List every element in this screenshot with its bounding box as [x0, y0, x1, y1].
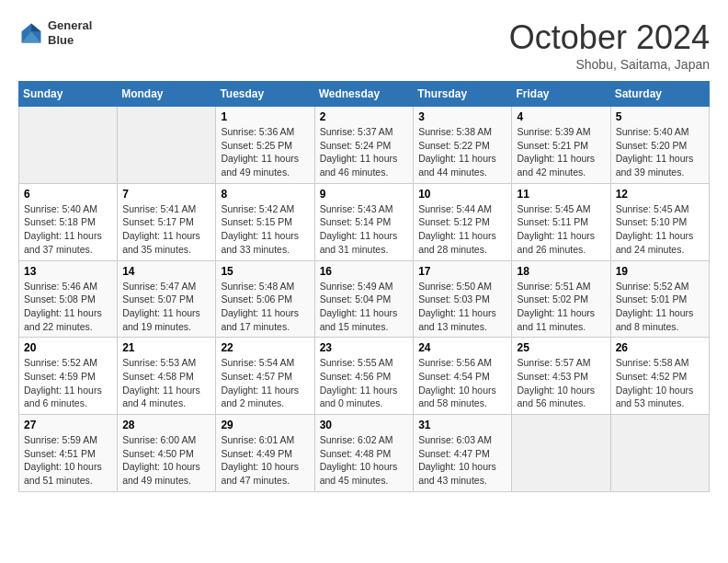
day-info: Sunrise: 5:40 AMSunset: 5:20 PMDaylight:… — [616, 125, 704, 179]
calendar-cell — [19, 107, 118, 184]
calendar-cell: 4Sunrise: 5:39 AMSunset: 5:21 PMDaylight… — [512, 107, 610, 184]
calendar-cell — [512, 415, 610, 492]
weekday-header-saturday: Saturday — [610, 82, 709, 107]
week-row-2: 6Sunrise: 5:40 AMSunset: 5:18 PMDaylight… — [19, 183, 710, 260]
calendar-cell: 7Sunrise: 5:41 AMSunset: 5:17 PMDaylight… — [118, 183, 216, 260]
day-number: 16 — [320, 265, 409, 278]
day-number: 28 — [122, 419, 210, 431]
day-number: 11 — [517, 188, 605, 201]
day-info: Sunrise: 5:37 AMSunset: 5:24 PMDaylight:… — [320, 125, 409, 179]
calendar-cell: 18Sunrise: 5:51 AMSunset: 5:02 PMDayligh… — [512, 260, 610, 338]
day-number: 8 — [221, 188, 309, 201]
day-info: Sunrise: 5:54 AMSunset: 4:57 PMDaylight:… — [221, 356, 309, 410]
day-number: 4 — [517, 110, 605, 123]
calendar-cell: 16Sunrise: 5:49 AMSunset: 5:04 PMDayligh… — [314, 260, 414, 338]
calendar-cell: 27Sunrise: 5:59 AMSunset: 4:51 PMDayligh… — [19, 415, 118, 492]
day-number: 23 — [320, 341, 409, 354]
day-info: Sunrise: 5:51 AMSunset: 5:02 PMDaylight:… — [517, 280, 605, 334]
day-info: Sunrise: 5:49 AMSunset: 5:04 PMDaylight:… — [320, 280, 409, 334]
day-info: Sunrise: 5:53 AMSunset: 4:58 PMDaylight:… — [122, 356, 210, 410]
calendar-cell: 15Sunrise: 5:48 AMSunset: 5:06 PMDayligh… — [216, 260, 314, 338]
day-number: 22 — [221, 341, 309, 354]
day-info: Sunrise: 5:48 AMSunset: 5:06 PMDaylight:… — [221, 280, 309, 334]
calendar-cell: 22Sunrise: 5:54 AMSunset: 4:57 PMDayligh… — [216, 338, 314, 415]
weekday-header-sunday: Sunday — [19, 82, 118, 107]
day-info: Sunrise: 5:46 AMSunset: 5:08 PMDaylight:… — [24, 280, 112, 334]
month-title: October 2024 — [509, 18, 710, 57]
day-info: Sunrise: 5:43 AMSunset: 5:14 PMDaylight:… — [320, 202, 409, 257]
day-info: Sunrise: 5:38 AMSunset: 5:22 PMDaylight:… — [418, 125, 506, 179]
day-info: Sunrise: 5:45 AMSunset: 5:10 PMDaylight:… — [616, 202, 704, 257]
day-number: 17 — [418, 265, 506, 278]
day-info: Sunrise: 5:39 AMSunset: 5:21 PMDaylight:… — [517, 125, 605, 179]
calendar-cell: 3Sunrise: 5:38 AMSunset: 5:22 PMDaylight… — [414, 107, 512, 184]
day-number: 2 — [320, 110, 409, 123]
calendar-cell: 13Sunrise: 5:46 AMSunset: 5:08 PMDayligh… — [19, 260, 118, 338]
weekday-header-tuesday: Tuesday — [216, 82, 314, 107]
day-number: 20 — [24, 341, 112, 354]
day-info: Sunrise: 5:40 AMSunset: 5:18 PMDaylight:… — [24, 202, 112, 257]
day-info: Sunrise: 6:03 AMSunset: 4:47 PMDaylight:… — [418, 433, 506, 488]
week-row-1: 1Sunrise: 5:36 AMSunset: 5:25 PMDaylight… — [19, 107, 710, 184]
week-row-4: 20Sunrise: 5:52 AMSunset: 4:59 PMDayligh… — [19, 338, 710, 415]
weekday-header-friday: Friday — [512, 82, 610, 107]
day-info: Sunrise: 5:45 AMSunset: 5:11 PMDaylight:… — [517, 202, 605, 257]
day-info: Sunrise: 5:52 AMSunset: 5:01 PMDaylight:… — [616, 280, 704, 334]
day-info: Sunrise: 6:00 AMSunset: 4:50 PMDaylight:… — [122, 433, 210, 488]
calendar-cell: 1Sunrise: 5:36 AMSunset: 5:25 PMDaylight… — [216, 107, 314, 184]
calendar-cell: 26Sunrise: 5:58 AMSunset: 4:52 PMDayligh… — [610, 338, 709, 415]
weekday-header-thursday: Thursday — [414, 82, 512, 107]
calendar-cell: 8Sunrise: 5:42 AMSunset: 5:15 PMDaylight… — [216, 183, 314, 260]
day-info: Sunrise: 5:50 AMSunset: 5:03 PMDaylight:… — [418, 280, 506, 334]
calendar-table: SundayMondayTuesdayWednesdayThursdayFrid… — [18, 81, 710, 492]
day-info: Sunrise: 6:02 AMSunset: 4:48 PMDaylight:… — [320, 433, 409, 488]
day-number: 31 — [418, 419, 506, 431]
day-number: 21 — [122, 341, 210, 354]
calendar-cell: 29Sunrise: 6:01 AMSunset: 4:49 PMDayligh… — [216, 415, 314, 492]
calendar-cell: 20Sunrise: 5:52 AMSunset: 4:59 PMDayligh… — [19, 338, 118, 415]
calendar-cell: 25Sunrise: 5:57 AMSunset: 4:53 PMDayligh… — [512, 338, 610, 415]
calendar-cell: 28Sunrise: 6:00 AMSunset: 4:50 PMDayligh… — [118, 415, 216, 492]
calendar-cell — [118, 107, 216, 184]
day-info: Sunrise: 5:44 AMSunset: 5:12 PMDaylight:… — [418, 202, 506, 257]
day-number: 3 — [418, 110, 506, 123]
page-header: General Blue October 2024 Shobu, Saitama… — [18, 18, 710, 72]
calendar-cell: 2Sunrise: 5:37 AMSunset: 5:24 PMDaylight… — [314, 107, 414, 184]
day-number: 10 — [418, 188, 506, 201]
title-block: October 2024 Shobu, Saitama, Japan — [509, 18, 710, 72]
day-info: Sunrise: 5:47 AMSunset: 5:07 PMDaylight:… — [122, 280, 210, 334]
calendar-cell: 11Sunrise: 5:45 AMSunset: 5:11 PMDayligh… — [512, 183, 610, 260]
calendar-cell: 5Sunrise: 5:40 AMSunset: 5:20 PMDaylight… — [610, 107, 709, 184]
day-info: Sunrise: 5:36 AMSunset: 5:25 PMDaylight:… — [221, 125, 309, 179]
day-number: 24 — [418, 341, 506, 354]
weekday-header-row: SundayMondayTuesdayWednesdayThursdayFrid… — [19, 82, 710, 107]
day-number: 25 — [517, 341, 605, 354]
day-number: 27 — [24, 419, 112, 431]
day-number: 19 — [616, 265, 704, 278]
week-row-5: 27Sunrise: 5:59 AMSunset: 4:51 PMDayligh… — [19, 415, 710, 492]
calendar-cell: 17Sunrise: 5:50 AMSunset: 5:03 PMDayligh… — [414, 260, 512, 338]
weekday-header-wednesday: Wednesday — [314, 82, 414, 107]
day-info: Sunrise: 5:58 AMSunset: 4:52 PMDaylight:… — [616, 356, 704, 410]
calendar-cell: 12Sunrise: 5:45 AMSunset: 5:10 PMDayligh… — [610, 183, 709, 260]
week-row-3: 13Sunrise: 5:46 AMSunset: 5:08 PMDayligh… — [19, 260, 710, 338]
day-number: 26 — [616, 341, 704, 354]
calendar-cell: 9Sunrise: 5:43 AMSunset: 5:14 PMDaylight… — [314, 183, 414, 260]
day-number: 9 — [320, 188, 409, 201]
day-number: 15 — [221, 265, 309, 278]
day-info: Sunrise: 5:57 AMSunset: 4:53 PMDaylight:… — [517, 356, 605, 410]
calendar-cell: 19Sunrise: 5:52 AMSunset: 5:01 PMDayligh… — [610, 260, 709, 338]
weekday-header-monday: Monday — [118, 82, 216, 107]
calendar-cell: 23Sunrise: 5:55 AMSunset: 4:56 PMDayligh… — [314, 338, 414, 415]
logo-text: General Blue — [48, 18, 92, 47]
day-number: 14 — [122, 265, 210, 278]
calendar-cell — [610, 415, 709, 492]
calendar-cell: 10Sunrise: 5:44 AMSunset: 5:12 PMDayligh… — [414, 183, 512, 260]
day-number: 6 — [24, 188, 112, 201]
day-number: 29 — [221, 419, 309, 431]
calendar-cell: 24Sunrise: 5:56 AMSunset: 4:54 PMDayligh… — [414, 338, 512, 415]
day-info: Sunrise: 6:01 AMSunset: 4:49 PMDaylight:… — [221, 433, 309, 488]
day-number: 18 — [517, 265, 605, 278]
day-number: 5 — [616, 110, 704, 123]
day-number: 12 — [616, 188, 704, 201]
